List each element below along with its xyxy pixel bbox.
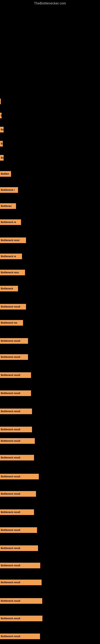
bar-item: Bottleneck result: [0, 304, 26, 310]
bottleneck-result-bar: Bottleneck result: [0, 408, 32, 414]
bar-item: Bottleneck re: [0, 219, 21, 225]
bar-item: B: [0, 141, 3, 146]
bar-item: Bottleneck result: [0, 634, 40, 639]
bar-item: Bottleneck res: [0, 320, 23, 326]
bottleneck-result-bar: Bo: [0, 127, 3, 132]
bar-item: Bottleneck resul: [0, 238, 26, 243]
bottleneck-result-bar: Bo: [0, 155, 3, 160]
bar-item: B: [0, 113, 1, 118]
bar-item: Bottleneck resu: [0, 270, 25, 275]
bar-item: Bo: [0, 127, 3, 132]
bar-item: Bottleneck result: [0, 616, 42, 621]
bar-item: Bo: [0, 155, 3, 160]
bottleneck-result-bar: Bottleneck result: [0, 527, 37, 533]
bottleneck-result-bar: Bottleneck re: [0, 219, 21, 225]
bottleneck-result-bar: Bottleneck result: [0, 390, 31, 396]
bottleneck-result-bar: Bottleneck result: [0, 616, 42, 621]
bottleneck-result-bar: Bottleneck result: [0, 304, 26, 310]
bottleneck-result-bar: Bottleneck resul: [0, 238, 26, 243]
bottleneck-result-bar: Bottleneck result: [0, 455, 34, 460]
bar-item: Bottleneck r: [0, 187, 18, 193]
bottleneck-result-bar: [0, 98, 1, 104]
bar-item: Bottleneck result: [0, 427, 32, 432]
bottleneck-result-bar: Bottleneck result: [0, 491, 36, 497]
bottleneck-result-bar: Bottleneck result: [0, 438, 35, 444]
bottleneck-result-bar: Bottleneck result: [0, 509, 34, 515]
bottleneck-result-bar: Bottleneck resu: [0, 270, 25, 275]
bottleneck-result-bar: B: [0, 113, 1, 118]
bar-item: Bottleneck result: [0, 563, 40, 568]
bottleneck-result-bar: Bottleneck result: [0, 563, 40, 568]
bar-item: Bottleneck result: [0, 372, 31, 378]
bottleneck-result-bar: Bottleneck result: [0, 338, 28, 344]
bottleneck-result-bar: Bottleneck result: [0, 580, 42, 585]
bottleneck-result-bar: Bottleneck re: [0, 254, 22, 259]
bottleneck-result-bar: Bottleneck res: [0, 320, 23, 326]
bottleneck-result-bar: Bottleneck result: [0, 354, 28, 360]
bar-item: Bottleneck result: [0, 546, 38, 551]
bottleneck-result-bar: Bottleneck: [0, 286, 18, 292]
bar-item: Bottleneck result: [0, 390, 31, 396]
bottleneck-result-bar: Bottlen: [0, 171, 11, 177]
bar-item: Bottleneck re: [0, 254, 22, 259]
bar-item: Bottleneck result: [0, 438, 35, 444]
bottleneck-result-bar: Bottleneck result: [0, 474, 39, 480]
bottleneck-result-bar: Bottleneck result: [0, 634, 40, 639]
bottleneck-result-bar: B: [0, 141, 3, 146]
bar-item: Bottleneck result: [0, 509, 34, 515]
bar-item: Bottleneck: [0, 286, 18, 292]
bar-item: Bottleneck result: [0, 598, 42, 604]
bar-item: Bottleneck result: [0, 527, 37, 533]
bar-item: Bottleneck result: [0, 338, 28, 344]
bottleneck-result-bar: Bottleneck r: [0, 187, 18, 193]
bar-item: Bottleneck result: [0, 408, 32, 414]
bottleneck-result-bar: Bottleneck result: [0, 546, 38, 551]
bar-item: [0, 98, 0, 104]
bar-item: Bottleneck result: [0, 455, 34, 460]
bar-item: Bottleneck result: [0, 354, 28, 360]
bottleneck-result-bar: Bottleneck result: [0, 427, 32, 432]
bottleneck-result-bar: Bottleneck result: [0, 372, 31, 378]
bar-item: Bottleneck result: [0, 491, 36, 497]
bar-item: Bottleneck result: [0, 474, 39, 480]
bar-item: Bottlenec: [0, 203, 16, 209]
bottleneck-result-bar: Bottlenec: [0, 203, 16, 209]
site-title: TheBottlenecker.com: [0, 0, 100, 5]
bar-item: Bottlen: [0, 171, 11, 177]
bar-item: Bottleneck result: [0, 580, 42, 585]
bottleneck-result-bar: Bottleneck result: [0, 598, 42, 604]
